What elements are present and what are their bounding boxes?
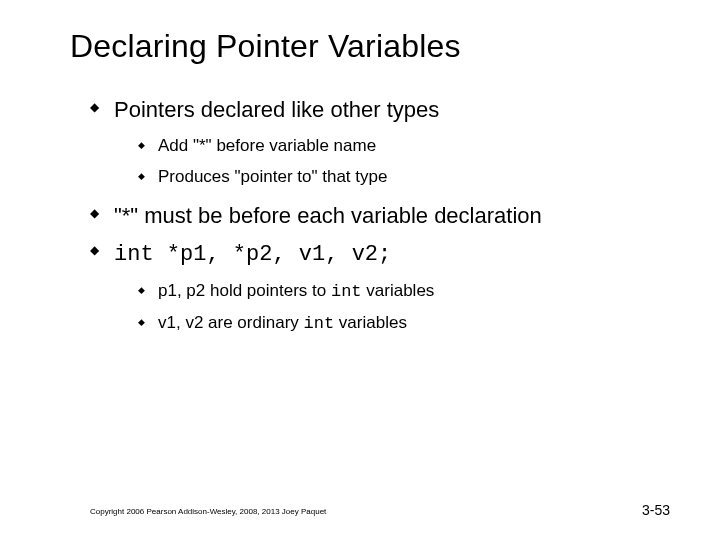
sub-bullet-item: Add "*" before variable name	[138, 135, 670, 158]
slide-title: Declaring Pointer Variables	[70, 28, 670, 65]
sub-bullet-text-post: variables	[362, 281, 435, 300]
bullet-item: "*" must be before each variable declara…	[90, 201, 670, 231]
sub-bullet-item: p1, p2 hold pointers to int variables	[138, 280, 670, 304]
bullet-item: Pointers declared like other types Add "…	[90, 95, 670, 189]
sub-bullet-list: Add "*" before variable name Produces "p…	[138, 135, 670, 189]
slide: Declaring Pointer Variables Pointers dec…	[0, 0, 720, 540]
sub-bullet-text: Produces "pointer to" that type	[158, 167, 387, 186]
sub-bullet-list: p1, p2 hold pointers to int variables v1…	[138, 280, 670, 336]
sub-bullet-text: Add "*" before variable name	[158, 136, 376, 155]
sub-bullet-text-post: variables	[334, 313, 407, 332]
bullet-list: Pointers declared like other types Add "…	[90, 95, 670, 336]
inline-code: int	[331, 282, 362, 301]
inline-code: int	[304, 314, 335, 333]
bullet-text: Pointers declared like other types	[114, 97, 439, 122]
code-line: int *p1, *p2, v1, v2;	[114, 242, 391, 267]
sub-bullet-text-pre: p1, p2 hold pointers to	[158, 281, 331, 300]
bullet-text: "*" must be before each variable declara…	[114, 203, 542, 228]
sub-bullet-item: Produces "pointer to" that type	[138, 166, 670, 189]
sub-bullet-text-pre: v1, v2 are ordinary	[158, 313, 304, 332]
sub-bullet-item: v1, v2 are ordinary int variables	[138, 312, 670, 336]
copyright-text: Copyright 2006 Pearson Addison-Wesley, 2…	[90, 507, 326, 516]
bullet-item: int *p1, *p2, v1, v2; p1, p2 hold pointe…	[90, 238, 670, 336]
slide-number: 3-53	[642, 502, 670, 518]
